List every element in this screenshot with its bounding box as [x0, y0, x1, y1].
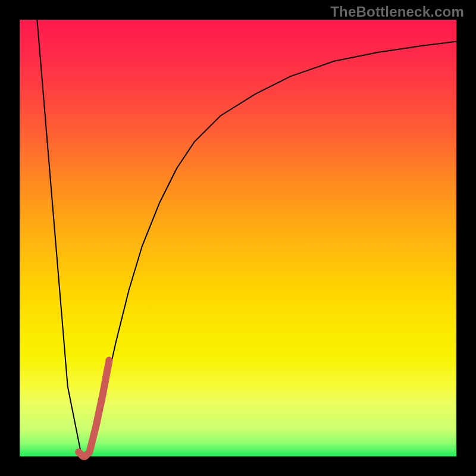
curve-layer — [20, 20, 456, 456]
red-overlay-segment — [79, 361, 109, 456]
chart-frame: TheBottleneck.com — [0, 0, 476, 476]
watermark-text: TheBottleneck.com — [330, 4, 464, 20]
